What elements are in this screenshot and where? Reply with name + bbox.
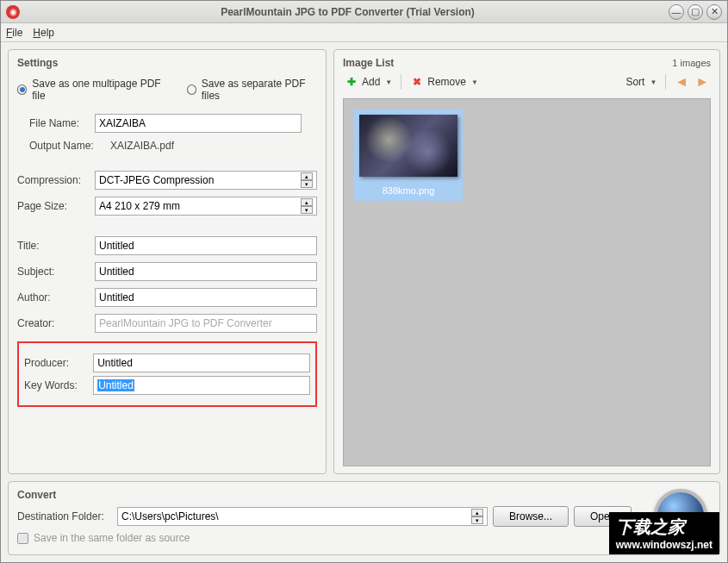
creator-label: Creator: bbox=[17, 317, 90, 329]
radio-multipage[interactable]: Save as one multipage PDF file bbox=[17, 78, 166, 102]
pagesize-value: A4 210 x 279 mm bbox=[99, 200, 180, 212]
creator-input bbox=[95, 314, 317, 333]
titlebar: ◉ PearlMountain JPG to PDF Converter (Tr… bbox=[1, 1, 727, 23]
plus-icon: ✚ bbox=[345, 75, 358, 89]
thumbnail-area[interactable]: 838kmo.png bbox=[343, 98, 711, 466]
title-field-label: Title: bbox=[17, 240, 90, 252]
compression-label: Compression: bbox=[17, 174, 90, 186]
app-icon: ◉ bbox=[6, 5, 20, 19]
thumbnail-name: 838kmo.png bbox=[359, 185, 457, 196]
menubar: File Help bbox=[1, 23, 727, 42]
sort-button[interactable]: Sort ▼ bbox=[625, 76, 656, 88]
subject-label: Subject: bbox=[17, 266, 90, 278]
filename-label: File Name: bbox=[29, 117, 90, 129]
separator bbox=[665, 74, 666, 90]
remove-button[interactable]: ✖ Remove ▼ bbox=[410, 75, 478, 89]
imagelist-title: Image List bbox=[343, 57, 394, 69]
thumbnail-image bbox=[359, 115, 457, 177]
add-label: Add bbox=[362, 76, 380, 88]
minimize-button[interactable]: — bbox=[669, 4, 684, 20]
convert-title: Convert bbox=[17, 489, 711, 501]
pagesize-label: Page Size: bbox=[17, 200, 90, 212]
subject-input[interactable] bbox=[95, 262, 317, 281]
radio-separate-label: Save as separate PDF files bbox=[202, 78, 317, 102]
radio-icon bbox=[17, 84, 27, 95]
author-input[interactable] bbox=[95, 288, 317, 307]
watermark-url: www.windowszj.net bbox=[616, 539, 712, 551]
settings-panel: Settings Save as one multipage PDF file … bbox=[8, 49, 327, 474]
dest-select[interactable]: C:\Users\pc\Pictures\ ▴▾ bbox=[117, 507, 488, 526]
add-button[interactable]: ✚ Add ▼ bbox=[345, 75, 392, 89]
menu-help[interactable]: Help bbox=[33, 27, 54, 39]
separator bbox=[401, 74, 401, 90]
author-label: Author: bbox=[17, 291, 90, 303]
keywords-label: Key Words: bbox=[24, 379, 88, 391]
filename-input[interactable] bbox=[95, 114, 302, 133]
outputname-value: XAIZAIBA.pdf bbox=[110, 140, 174, 152]
sort-label: Sort bbox=[625, 76, 644, 88]
image-count: 1 images bbox=[672, 58, 711, 68]
settings-title: Settings bbox=[17, 57, 317, 69]
highlighted-fields: Producer: Key Words: Untitled bbox=[17, 341, 317, 407]
producer-input[interactable] bbox=[93, 353, 310, 372]
imagelist-panel: Image List 1 images ✚ Add ▼ ✖ Remove ▼ S… bbox=[333, 49, 720, 474]
radio-icon bbox=[187, 84, 196, 95]
x-icon: ✖ bbox=[410, 75, 424, 89]
pagesize-select[interactable]: A4 210 x 279 mm ▴▾ bbox=[95, 197, 317, 216]
compression-value: DCT-JPEG Compression bbox=[99, 174, 214, 186]
radio-multipage-label: Save as one multipage PDF file bbox=[32, 78, 165, 102]
next-arrow-icon[interactable]: ► bbox=[695, 74, 709, 90]
convert-panel: Convert Destination Folder: C:\Users\pc\… bbox=[8, 481, 720, 555]
title-input[interactable] bbox=[95, 236, 317, 255]
watermark-text: 下载之家 bbox=[616, 516, 712, 539]
chevron-down-icon: ▼ bbox=[471, 78, 478, 86]
remove-label: Remove bbox=[427, 76, 466, 88]
producer-label: Producer: bbox=[24, 357, 88, 369]
keywords-input[interactable]: Untitled bbox=[93, 376, 310, 395]
thumbnail-item[interactable]: 838kmo.png bbox=[354, 109, 463, 201]
prev-arrow-icon[interactable]: ◄ bbox=[675, 74, 688, 90]
same-folder-checkbox[interactable] bbox=[17, 533, 28, 544]
compression-select[interactable]: DCT-JPEG Compression ▴▾ bbox=[95, 171, 317, 190]
maximize-button[interactable]: ▢ bbox=[688, 4, 703, 20]
chevron-down-icon: ▼ bbox=[385, 78, 392, 86]
chevron-down-icon: ▼ bbox=[650, 78, 656, 86]
outputname-label: Output Name: bbox=[29, 140, 105, 152]
dest-value: C:\Users\pc\Pictures\ bbox=[121, 510, 219, 522]
close-button[interactable]: ✕ bbox=[706, 4, 722, 20]
keywords-value: Untitled bbox=[97, 379, 134, 391]
menu-file[interactable]: File bbox=[6, 27, 22, 39]
watermark: 下载之家 www.windowszj.net bbox=[609, 512, 719, 554]
same-folder-label: Save in the same folder as source bbox=[34, 532, 190, 544]
window-title: PearlMountain JPG to PDF Converter (Tria… bbox=[27, 6, 669, 18]
radio-separate[interactable]: Save as separate PDF files bbox=[187, 78, 317, 102]
dest-label: Destination Folder: bbox=[17, 510, 112, 522]
browse-button[interactable]: Browse... bbox=[493, 506, 569, 527]
